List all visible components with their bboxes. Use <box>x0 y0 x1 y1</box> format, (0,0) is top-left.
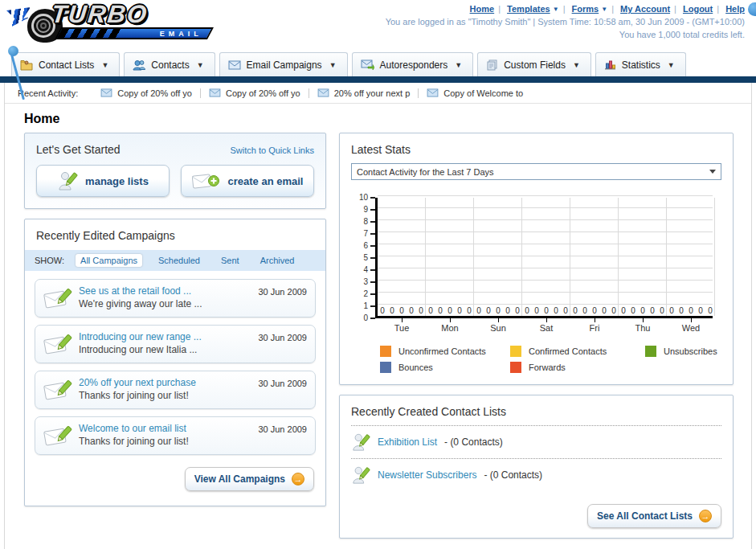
contact-list-row[interactable]: Newsletter Subscribers - (0 Contacts) <box>351 458 721 491</box>
tab-label: Email Campaigns <box>247 59 322 71</box>
filter-all-campaigns[interactable]: All Campaigns <box>76 254 142 267</box>
header: TURBO EMAIL Home| Templates ▼| Forms ▼| … <box>0 0 756 51</box>
switch-quick-links[interactable]: Switch to Quick Links <box>230 145 314 155</box>
campaign-subtitle: Thanks for joining our list! <box>79 436 251 447</box>
person-pencil-icon <box>351 465 370 485</box>
nav-link-forms[interactable]: Forms <box>572 4 599 14</box>
campaign-date: 30 Jun 2009 <box>258 424 307 434</box>
legend-label: Confirmed Contacts <box>529 346 607 356</box>
tab-label: Custom Fields <box>504 59 566 71</box>
contact-list-detail: - (0 Contacts) <box>444 436 503 448</box>
contacts-icon <box>133 59 145 71</box>
person-pencil-icon <box>57 170 78 191</box>
nav-link-help[interactable]: Help <box>725 4 745 14</box>
recent-activity-label: Recent Activity: <box>18 88 78 98</box>
campaigns-panel: Recently Edited Campaigns SHOW: All Camp… <box>24 219 326 506</box>
page: TURBO EMAIL Home| Templates ▼| Forms ▼| … <box>0 0 756 549</box>
chevron-down-icon: ▼ <box>601 6 607 13</box>
top-nav-links: Home| Templates ▼| Forms ▼| My Account| … <box>386 4 745 14</box>
tab-label: Autoresponders <box>380 59 448 71</box>
logo-title: TURBO <box>50 2 211 27</box>
recent-activity-item[interactable]: Copy of 20% off yo <box>92 88 201 98</box>
campaign-row[interactable]: See us at the retail food ... We're givi… <box>35 279 316 318</box>
pages-icon <box>486 59 498 71</box>
manage-lists-button[interactable]: manage lists <box>36 165 170 197</box>
contact-list-row[interactable]: Exhibition List - (0 Contacts) <box>351 425 721 458</box>
envelope-icon <box>317 88 329 97</box>
nav-link-logout[interactable]: Logout <box>683 4 713 14</box>
legend-label: Unconfirmed Contacts <box>398 346 486 356</box>
campaigns-filter-bar: SHOW: All Campaigns Scheduled Sent Archi… <box>25 250 325 271</box>
navy-divider-bar <box>0 76 756 83</box>
campaign-subtitle: Thanks for joining our list! <box>79 390 251 401</box>
campaign-row[interactable]: Welcome to our email list Thanks for joi… <box>35 416 316 455</box>
chevron-down-icon: ▼ <box>101 61 108 69</box>
legend-label: Bounces <box>398 363 433 372</box>
get-started-panel: Let's Get Started Switch to Quick Links … <box>24 133 326 209</box>
nav-link-templates[interactable]: Templates <box>507 4 550 14</box>
autoresponder-icon <box>361 59 374 70</box>
stats-chart-legend: Unconfirmed ContactsConfirmed ContactsUn… <box>380 346 721 373</box>
tab-contacts[interactable]: Contacts▼ <box>124 52 215 76</box>
legend-item: Bounces <box>380 362 510 373</box>
tab-statistics[interactable]: Statistics▼ <box>595 52 686 76</box>
get-started-title: Let's Get Started <box>36 143 121 156</box>
campaign-title-link[interactable]: Introducing our new range ... <box>79 331 251 342</box>
contact-list-link[interactable]: Newsletter Subscribers <box>378 469 476 481</box>
campaign-title-link[interactable]: 20% off your next purchase <box>79 377 251 388</box>
recent-activity-item[interactable]: Copy of Welcome to <box>419 88 531 98</box>
tab-contact-lists[interactable]: Contact Lists▼ <box>11 52 120 76</box>
create-email-button[interactable]: create an email <box>181 165 314 197</box>
contact-list-detail: - (0 Contacts) <box>484 469 542 481</box>
filter-sent[interactable]: Sent <box>216 254 244 267</box>
stats-chart-ylabels: 012345678910 <box>351 198 375 318</box>
corner-dot-decoration <box>748 2 756 16</box>
content-area: Recent Activity: Copy of 20% off yo Copy… <box>4 83 752 549</box>
campaign-row[interactable]: Introducing our new range ... Introducin… <box>35 325 316 363</box>
logo-bar: EMAIL <box>55 27 214 39</box>
campaign-date: 30 Jun 2009 <box>258 379 307 388</box>
recent-activity-item[interactable]: Copy of 20% off yo <box>201 88 309 98</box>
legend-label: Unsubscribes <box>664 346 717 356</box>
show-label: SHOW: <box>35 256 64 265</box>
stats-dropdown[interactable]: Contact Activity for the Last 7 Days <box>351 163 721 180</box>
campaign-subtitle: We're giving away our late ... <box>79 298 251 309</box>
filter-archived[interactable]: Archived <box>255 254 300 267</box>
person-pencil-icon <box>351 432 370 453</box>
stats-chart: 012345678910 000000000000000000000000000… <box>351 198 721 373</box>
campaign-envelope-icon <box>43 331 72 357</box>
campaign-title-link[interactable]: See us at the retail food ... <box>79 285 251 297</box>
envelope-plus-icon <box>192 171 221 191</box>
legend-swatch <box>510 346 521 357</box>
view-all-campaigns-button[interactable]: View All Campaigns → <box>185 467 314 491</box>
latest-stats-title: Latest Stats <box>351 143 721 156</box>
campaign-envelope-icon <box>43 285 72 311</box>
turbo-email-logo[interactable]: TURBO EMAIL <box>6 2 215 47</box>
latest-stats-panel: Latest Stats Contact Activity for the La… <box>339 133 734 385</box>
page-title: Home <box>24 112 751 126</box>
main-nav-tabs: Contact Lists▼ Contacts▼ Email Campaigns… <box>0 51 756 76</box>
nav-link-my-account[interactable]: My Account <box>620 4 670 14</box>
nav-link-home[interactable]: Home <box>470 4 495 14</box>
tab-custom-fields[interactable]: Custom Fields▼ <box>477 52 591 76</box>
campaign-title-link[interactable]: Welcome to our email list <box>79 423 251 434</box>
tab-email-campaigns[interactable]: Email Campaigns▼ <box>219 52 348 76</box>
arrow-right-icon: → <box>699 510 712 522</box>
tab-label: Contact Lists <box>39 59 94 71</box>
campaign-row[interactable]: 20% off your next purchase Thanks for jo… <box>35 371 316 409</box>
filter-scheduled[interactable]: Scheduled <box>153 254 205 267</box>
envelope-icon <box>427 88 439 97</box>
chevron-down-icon <box>709 170 716 174</box>
campaign-envelope-icon <box>43 423 72 449</box>
campaign-subtitle: Introducing our new Italia ... <box>79 344 251 355</box>
tab-label: Contacts <box>151 59 189 71</box>
header-right: Home| Templates ▼| Forms ▼| My Account| … <box>386 4 745 39</box>
see-all-contact-lists-button[interactable]: See All Contact Lists → <box>587 504 721 528</box>
recent-activity-item[interactable]: 20% off your next p <box>309 88 419 98</box>
chevron-down-icon: ▼ <box>553 6 559 13</box>
tab-autoresponders[interactable]: Autoresponders▼ <box>352 52 474 76</box>
contact-list-link[interactable]: Exhibition List <box>378 436 437 448</box>
legend-swatch <box>645 346 656 357</box>
campaigns-title: Recently Edited Campaigns <box>25 219 325 250</box>
credits-text: You have 1,000 total credits left. <box>386 30 745 39</box>
